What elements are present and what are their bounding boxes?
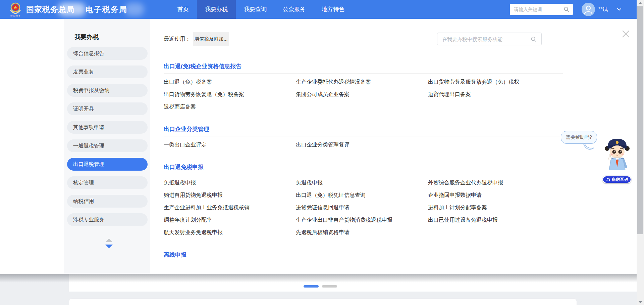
service-section: 出口企业分类管理一类出口企业评定出口企业分类管理复评 bbox=[164, 125, 563, 151]
service-link[interactable]: 先退税后核销资格申请 bbox=[296, 226, 428, 238]
scrollbar-up-button[interactable] bbox=[637, 0, 644, 6]
service-link[interactable]: 出口退（免）税凭证信息查询 bbox=[296, 189, 428, 201]
interaction-badge[interactable]: 征纳互动 bbox=[602, 176, 631, 183]
service-link[interactable]: 外贸综合服务企业代办退税申报 bbox=[428, 176, 563, 189]
sidebar-item[interactable]: 税费申报及缴纳 bbox=[67, 84, 148, 97]
sidebar-title: 我要办税 bbox=[74, 33, 99, 41]
nav-item[interactable]: 地方特色 bbox=[314, 0, 353, 19]
sidebar-item[interactable]: 纳税信用 bbox=[67, 195, 148, 208]
nav-item[interactable]: 首页 bbox=[169, 0, 197, 19]
recent-used-button[interactable]: 增值税及附加... bbox=[193, 32, 229, 46]
service-link[interactable]: 企业撤回申报数据申请 bbox=[428, 189, 563, 201]
service-section: 出口退免税申报免抵退税申报免退税申报外贸综合服务企业代办退税申报购进自用货物免退… bbox=[164, 163, 563, 238]
service-search-input[interactable] bbox=[437, 33, 541, 45]
sidebar-item[interactable]: 核定管理 bbox=[67, 176, 148, 189]
service-link[interactable]: 航天发射业务免退税申报 bbox=[164, 226, 296, 238]
tax-emblem-logo bbox=[9, 2, 22, 15]
page-scrollbar[interactable] bbox=[637, 0, 644, 305]
service-link[interactable]: 生产企业进料加工业务免抵退税核销 bbox=[164, 201, 296, 214]
sidebar-list: 综合信息报告发票业务税费申报及缴纳证明开具其他事项申请一般退税管理出口退税管理核… bbox=[67, 47, 148, 232]
scrollbar-down-button[interactable] bbox=[637, 299, 644, 305]
service-link[interactable]: 一类出口企业评定 bbox=[164, 138, 296, 151]
top-header: 中国税务 国家税务总局 电子税务局 首页我要办税我要查询公众服务地方特色 **试 bbox=[0, 0, 644, 19]
service-section: 出口退(免)税企业资格信息报告出口退（免）税备案生产企业委托代办退税情况备案出口… bbox=[164, 62, 563, 113]
service-link[interactable]: 生产企业出口非自产货物消费税退税申报 bbox=[296, 214, 428, 226]
service-link[interactable]: 退税商店备案 bbox=[164, 100, 296, 113]
sidebar-item[interactable]: 一般退税管理 bbox=[67, 139, 148, 152]
sidebar-scroll-down-icon[interactable] bbox=[105, 245, 113, 248]
section-items: 免抵退税申报免退税申报外贸综合服务企业代办退税申报购进自用货物免退税申报出口退（… bbox=[164, 174, 563, 238]
section-title: 出口退(免)税企业资格信息报告 bbox=[164, 62, 563, 70]
carousel-dot[interactable] bbox=[322, 285, 337, 288]
service-link[interactable]: 免抵退税申报 bbox=[164, 176, 296, 189]
nav-item[interactable]: 我要查询 bbox=[236, 0, 275, 19]
divider bbox=[164, 262, 563, 262]
censor-blur bbox=[58, 3, 86, 16]
user-name[interactable]: **试 bbox=[598, 0, 608, 19]
service-link[interactable]: 出口货物劳务恢复退（免）税备案 bbox=[164, 88, 296, 100]
close-icon[interactable] bbox=[622, 30, 630, 38]
app-name: 电子税务局 bbox=[86, 0, 127, 19]
service-link[interactable]: 购进自用货物免退税申报 bbox=[164, 189, 296, 201]
arrow-up-icon bbox=[639, 2, 642, 4]
service-link[interactable]: 进料加工计划分配率备案 bbox=[428, 201, 563, 214]
service-link[interactable]: 边贸代理出口备案 bbox=[428, 88, 563, 100]
main-nav: 首页我要办税我要查询公众服务地方特色 bbox=[169, 0, 353, 19]
service-link[interactable]: 调整年度计划分配率 bbox=[164, 214, 296, 226]
person-icon bbox=[582, 3, 595, 16]
header-search-box bbox=[510, 4, 573, 15]
service-link[interactable]: 出口退（免）税备案 bbox=[164, 76, 296, 88]
service-link[interactable]: 集团公司成员企业备案 bbox=[296, 88, 428, 100]
service-section: 离线申报 bbox=[164, 251, 563, 262]
tax-services-overlay: 我要办税 综合信息报告发票业务税费申报及缴纳证明开具其他事项申请一般退税管理出口… bbox=[0, 19, 637, 274]
arrow-down-icon bbox=[639, 301, 642, 303]
sidebar-item[interactable]: 证明开具 bbox=[67, 102, 148, 115]
service-link[interactable]: 进货凭证信息回退申请 bbox=[296, 201, 428, 214]
service-search-box bbox=[437, 33, 542, 45]
sidebar-item[interactable]: 出口退税管理 bbox=[67, 158, 148, 171]
user-avatar[interactable] bbox=[582, 3, 595, 16]
scrollbar-thumb[interactable] bbox=[637, 6, 643, 234]
service-link[interactable]: 出口企业分类管理复评 bbox=[296, 138, 428, 151]
sidebar-scroll-up-icon[interactable] bbox=[105, 238, 113, 242]
search-icon[interactable] bbox=[531, 36, 537, 42]
chevron-down-icon[interactable] bbox=[617, 8, 621, 11]
service-link[interactable]: 生产企业委托代办退税情况备案 bbox=[296, 76, 428, 88]
services-sidebar: 我要办税 综合信息报告发票业务税费申报及缴纳证明开具其他事项申请一般退税管理出口… bbox=[64, 19, 150, 274]
sidebar-item[interactable]: 涉税专业服务 bbox=[67, 213, 148, 226]
sidebar-item[interactable]: 发票业务 bbox=[67, 66, 148, 78]
service-sections: 出口退(免)税企业资格信息报告出口退（免）税备案生产企业委托代办退税情况备案出口… bbox=[164, 62, 563, 274]
help-bubble[interactable]: 需要帮助吗? bbox=[561, 131, 597, 144]
recent-used-label: 最近使用： bbox=[164, 36, 191, 43]
tax-officer-mascot[interactable] bbox=[601, 136, 633, 177]
nav-item[interactable]: 我要办税 bbox=[197, 0, 236, 19]
section-title: 离线申报 bbox=[164, 251, 563, 258]
modal-drop-shadow bbox=[0, 274, 637, 282]
service-link[interactable]: 出口货物劳务及服务放弃退（免）税权 bbox=[428, 76, 563, 88]
service-link[interactable]: 免退税申报 bbox=[296, 176, 428, 189]
section-title: 出口企业分类管理 bbox=[164, 125, 563, 133]
emblem-caption: 中国税务 bbox=[7, 14, 24, 18]
section-title: 出口退免税申报 bbox=[164, 163, 563, 171]
search-icon[interactable] bbox=[564, 6, 570, 12]
badge-label: 征纳互动 bbox=[611, 177, 628, 182]
carousel-dot-active[interactable] bbox=[304, 285, 319, 288]
censor-blur bbox=[125, 3, 144, 16]
page-under-card bbox=[69, 298, 577, 305]
service-link[interactable]: 出口已使用过设备免退税申报 bbox=[428, 214, 563, 226]
sidebar-item[interactable]: 综合信息报告 bbox=[67, 47, 148, 60]
nav-item[interactable]: 公众服务 bbox=[275, 0, 314, 19]
section-items: 出口退（免）税备案生产企业委托代办退税情况备案出口货物劳务及服务放弃退（免）税权… bbox=[164, 74, 563, 113]
help-bubble-tail bbox=[583, 143, 595, 151]
sidebar-item[interactable]: 其他事项申请 bbox=[67, 121, 148, 134]
headset-icon bbox=[606, 177, 610, 182]
section-items: 一类出口企业评定出口企业分类管理复评 bbox=[164, 136, 563, 151]
